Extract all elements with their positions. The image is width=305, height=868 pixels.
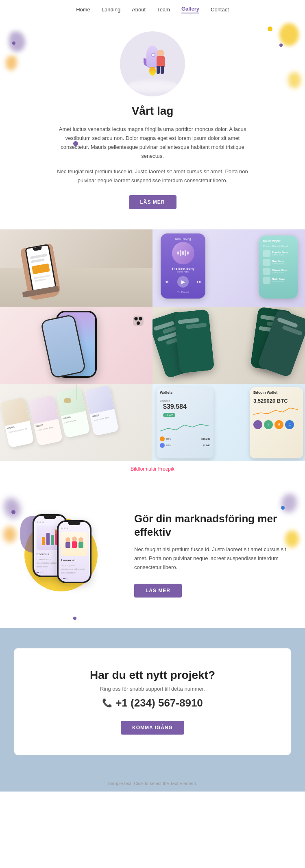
svg-rect-2	[51, 535, 54, 545]
mkt-phone-2-content: Lorem sit Lorem ipsum consectetur adipis…	[59, 522, 90, 582]
btc-actions: ↑ ↓ ⊕ ☰	[250, 419, 303, 431]
lamp-shade	[64, 398, 71, 403]
play-button: ▶	[177, 276, 189, 288]
gallery-item-6: Wallets Balance $39.584 +2.4%	[152, 384, 305, 461]
music-now-playing-card: Now Playing The Best Song	[161, 233, 205, 299]
gallery-section: Now Playing The Best Song	[0, 229, 305, 482]
svg-point-6	[65, 537, 70, 542]
action-icon-4: ☰	[285, 420, 294, 429]
music-card-inner-left: Now Playing The Best Song	[161, 233, 205, 297]
mkt-phone-2-notch	[68, 522, 81, 525]
btc-amount: 3.529020 BTC	[253, 398, 300, 404]
p2-nav-dot-2	[66, 578, 68, 579]
marketing-section: Lorem s Lorem ipsum consectetur adipisci…	[0, 482, 305, 628]
navigation: Home Landing About Team Gallery Contact	[0, 0, 305, 19]
hero-paragraph-2: Nec feugiat nisl pretium fusce id. Justo…	[51, 167, 254, 185]
gallery-img-music: Now Playing The Best Song	[152, 229, 305, 307]
song-row-3: Classic SongSome artist	[263, 268, 294, 275]
mkt-phone-1-notch	[44, 516, 56, 519]
deco-dot-mkt-r	[281, 506, 285, 510]
hero-cta-button[interactable]: LÄS MER	[129, 195, 176, 209]
mkt-phone2-dots-nav	[61, 578, 87, 579]
nav-dot-active	[37, 572, 39, 573]
hero-illustration-wrapper	[33, 31, 272, 96]
cta-card: Har du ett nytt projekt? Ring oss för sn…	[14, 648, 291, 755]
footer: Sample text. Click to select the Text El…	[0, 775, 305, 792]
song-artist: Some Artist	[165, 270, 201, 273]
marketing-paragraph: Nec feugiat nisl pretium fusce id. Justo…	[134, 545, 289, 572]
marketing-cta-button[interactable]: LÄS MER	[134, 584, 182, 598]
deco-blob-purple-mkt-r	[281, 494, 297, 513]
nav-home[interactable]: Home	[76, 7, 90, 13]
p2-dot-2	[64, 528, 65, 529]
person-leg-left	[157, 66, 160, 74]
cta-phone-line: 📞 +1 (234) 567-8910	[39, 697, 266, 709]
nav-dot-2	[42, 572, 43, 573]
chat-row-6	[185, 323, 207, 329]
nav-landing[interactable]: Landing	[102, 7, 120, 13]
wallet-balance-section: Balance $39.584 +2.4%	[157, 398, 214, 419]
svg-rect-7	[65, 542, 70, 548]
balance-label: Balance	[160, 399, 210, 402]
cloud-effect	[126, 80, 179, 92]
p2-nav-dot-active	[63, 578, 65, 579]
wallet-main-card: Wallets Balance $39.584 +2.4%	[157, 387, 214, 458]
person-body	[157, 56, 165, 67]
dot-2	[39, 521, 41, 523]
camera-bump	[133, 316, 144, 326]
dot-1	[37, 521, 38, 523]
rocket-illustration	[132, 41, 173, 86]
nav-about[interactable]: About	[132, 7, 146, 13]
nav-contact[interactable]: Contact	[211, 7, 229, 13]
gallery-img-iphone: iPhone 12Pro Max	[0, 307, 152, 384]
btc-chart-svg	[253, 406, 298, 417]
music-card-inner-right: Music Player Popular Recent Played Popul…	[259, 236, 298, 290]
deco-dot-purple-sm	[12, 41, 15, 45]
mkt-phone2-menu-dots	[61, 528, 87, 529]
svg-point-10	[78, 537, 83, 542]
deco-dot-purple-b	[73, 141, 78, 146]
gallery-item-2: Now Playing The Best Song	[152, 229, 305, 307]
svg-rect-9	[72, 541, 77, 548]
nav-dot-1	[40, 572, 41, 573]
action-icon-3: ⊕	[274, 420, 283, 429]
svg-point-8	[72, 537, 77, 541]
p2-dot-1	[61, 528, 63, 529]
next-icon: ⏭	[197, 279, 201, 284]
marketing-title: Gör din marknadsföring mer effektiv	[134, 512, 289, 540]
wallet-dollar-amount: $39.584	[160, 403, 210, 410]
deco-blob-orange-mkt	[3, 526, 16, 543]
camera-lens-3	[137, 321, 140, 325]
marketing-text-area: Gör din marknadsföring mer effektiv Nec …	[134, 512, 289, 598]
nav-gallery[interactable]: Gallery	[181, 6, 199, 13]
hero-section: Vårt lag Amet luctus venenatis lectus ma…	[0, 19, 305, 229]
gallery-caption: Bildformulär Freepik	[0, 461, 305, 473]
deco-blob-yellow-r2	[288, 72, 301, 88]
album-art	[172, 242, 194, 264]
playlist-label: Try Playlist	[165, 291, 201, 293]
song-row-2: New SongSome artist	[263, 259, 294, 266]
gallery-img-cards: WORK Lorem ipsum dolor sit WORK Lorem ip…	[0, 384, 152, 461]
music-player-card: Music Player Popular Recent Played Popul…	[259, 236, 298, 299]
now-playing-label: Now Playing	[165, 238, 201, 240]
deco-dot-purple-r	[279, 44, 283, 47]
gallery-item-5: WORK Lorem ipsum dolor sit WORK Lorem ip…	[0, 384, 152, 461]
music-tabs: Popular Recent Played	[263, 245, 294, 247]
caption-prefix: Bildformulär	[131, 466, 157, 472]
cta-title: Har du ett nytt projekt?	[39, 669, 266, 682]
svg-rect-0	[42, 537, 45, 545]
cta-subtitle: Ring oss för snabb support till detta nu…	[39, 686, 266, 692]
nav-team[interactable]: Team	[157, 7, 170, 13]
deco-dot-mkt-l	[11, 510, 15, 514]
p2-dot-3	[67, 528, 68, 529]
footer-text: Sample text. Click to select the Text El…	[108, 781, 197, 786]
mkt-phone2-desc: Lorem ipsum consectetur adipiscing	[61, 564, 87, 571]
caption-link: Freepik	[158, 466, 174, 472]
svg-rect-11	[78, 542, 83, 548]
positive-badge: +2.4%	[163, 413, 175, 417]
coin-row-btc: BTC $38,240	[160, 436, 210, 441]
playback-controls: ⏮ ▶ ⏭	[165, 276, 201, 288]
action-icon-1: ↑	[253, 420, 262, 429]
cta-button[interactable]: KOMMA IGÅNG	[121, 721, 184, 735]
music-player-title: Music Player	[263, 240, 294, 242]
